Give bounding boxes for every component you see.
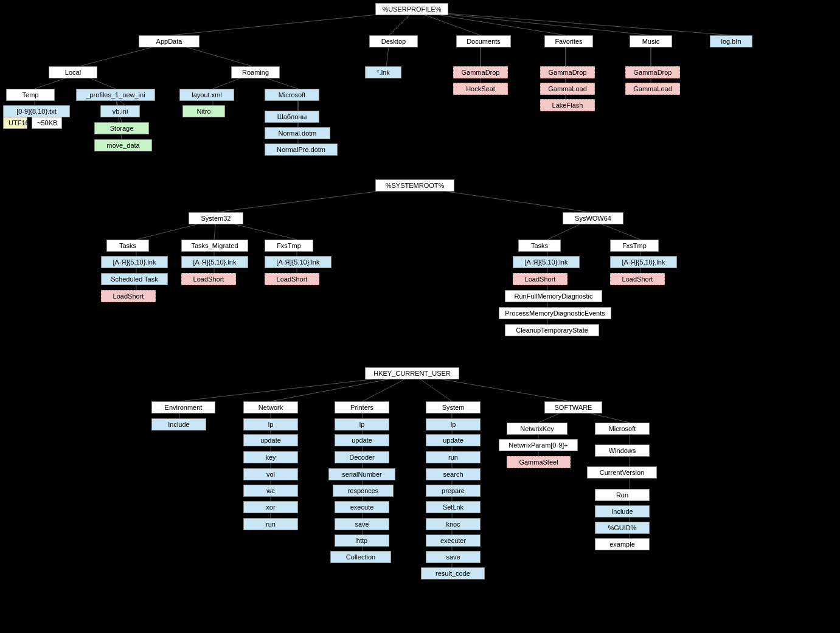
favorites-node: Favorites	[544, 35, 593, 47]
gammasteel-node: GammaSteel	[507, 456, 571, 468]
ar510-tasks-node: [A-Я]{5,10}.lnk	[101, 256, 168, 268]
nitro-node: Nitro	[182, 105, 225, 117]
fxstmp-s32-node: FxsTmp	[265, 240, 313, 252]
utf16-node: UTF16	[3, 117, 27, 129]
svg-line-5	[414, 11, 733, 35]
sys-executer-node: executer	[426, 534, 481, 547]
syswow64-node: SysWOW64	[563, 212, 623, 224]
music-node: Music	[630, 35, 672, 47]
roaming-node: Roaming	[231, 66, 280, 78]
sys-search-node: search	[426, 468, 481, 480]
ar510-mig-node: [A-Я]{5,10}.lnk	[181, 256, 248, 268]
net-lp-node: lp	[243, 418, 298, 431]
cleanupt-node: CleanupTemporaryState	[505, 324, 599, 336]
loadshort-syswow-tasks-node: LoadShort	[513, 273, 568, 285]
sys-lp-node: lp	[426, 418, 481, 431]
net-key-node: key	[243, 451, 298, 463]
fav-lakeflash-node: LakeFlash	[540, 99, 595, 111]
pr-responces-node: responces	[333, 485, 394, 497]
ms-windows-node: Windows	[595, 444, 650, 457]
appdata-node: AppData	[139, 35, 200, 47]
printers-node: Printers	[335, 401, 389, 413]
ar510-fxs-node: [A-Я]{5,10}.lnk	[265, 256, 331, 268]
ar510-syswow-fxs-node: [A-Я]{5,10}.lnk	[610, 256, 677, 268]
net-vol-node: vol	[243, 468, 298, 480]
mus-gammadrop-node: GammaDrop	[625, 66, 680, 78]
hkey-current-user-node: HKEY_CURRENT_USER	[365, 367, 459, 379]
loadshort-tasks-node: LoadShort	[101, 290, 156, 302]
loadshort-mig-node: LoadShort	[181, 273, 236, 285]
storage-node: Storage	[94, 122, 149, 134]
net-wc-node: wc	[243, 485, 298, 497]
netwrixparam-node: NetwrixParam[0-9]+	[499, 439, 578, 451]
pr-save-node: save	[335, 518, 389, 530]
loadshort-fxs-node: LoadShort	[265, 273, 319, 285]
ms-example-node: example	[595, 538, 650, 550]
desktop-node: Desktop	[369, 35, 418, 47]
pr-decoder-node: Decoder	[335, 451, 389, 463]
normaldotm-node: Normal.dotm	[265, 127, 330, 139]
net-xor-node: xor	[243, 501, 298, 513]
pr-execute-node: execute	[335, 501, 389, 513]
processmem-node: ProcessMemoryDiagnosticEvents	[499, 307, 611, 319]
pr-serialnumber-node: serialNumber	[328, 468, 395, 480]
sys-knoc-node: knoc	[426, 518, 481, 530]
profiles-node: _profiles_1_new_ini	[76, 89, 155, 101]
local-node: Local	[49, 66, 97, 78]
doc-hockseat-node: HockSeat	[453, 83, 508, 95]
netwrixkey-node: NetwrixKey	[507, 423, 568, 435]
microsoft-node: Microsoft	[265, 89, 319, 101]
fxstmp-syswow-node: FxsTmp	[610, 240, 659, 252]
runfull-node: RunFullMemoryDiagnostic	[505, 290, 602, 302]
software-node: SOFTWARE	[544, 401, 602, 413]
sys-run-node: run	[426, 451, 481, 463]
pr-http-node: http	[335, 534, 389, 547]
tasks-syswow-node: Tasks	[518, 240, 561, 252]
sablony-node: Шаблоны	[265, 111, 319, 123]
pr-lp-node: lp	[335, 418, 389, 431]
size50kb-node: ~50KB	[32, 117, 62, 129]
layout-node: layout.xml	[179, 89, 234, 101]
loadshort-syswow-fxs-node: LoadShort	[610, 273, 665, 285]
network-node: Network	[243, 401, 298, 413]
files09-node: [0-9]{8,10}.txt	[3, 105, 70, 117]
movedata-node: move_data	[94, 139, 152, 151]
userprofile-node: %USERPROFILE%	[375, 3, 448, 15]
ar510-syswow-tasks-node: [A-Я]{5,10}.lnk	[513, 256, 580, 268]
lnk-node: *.lnk	[365, 66, 401, 78]
tasks-s32-node: Tasks	[106, 240, 149, 252]
mus-gammaload-node: GammaLoad	[625, 83, 680, 95]
ms-run-node: Run	[595, 489, 650, 501]
temp-node: Temp	[6, 89, 55, 101]
sys-update-node: update	[426, 434, 481, 446]
svg-line-4	[414, 11, 651, 35]
tasks-migrated-node: Tasks_Migrated	[181, 240, 248, 252]
ms-guid-node: %GUID%	[595, 522, 650, 534]
net-update-node: update	[243, 434, 298, 446]
logbin-node: log.bIn	[710, 35, 752, 47]
environment-node: Environment	[151, 401, 215, 413]
system-node: System	[426, 401, 481, 413]
ms-include-node: Include	[595, 505, 650, 517]
vbini-node: vb.ini	[100, 105, 140, 117]
documents-node: Documents	[456, 35, 511, 47]
scheduled-task-node: Scheduled Task	[101, 273, 168, 285]
sys-save-node: save	[426, 551, 481, 563]
sys-prepare-node: prepare	[426, 485, 481, 497]
system32-node: System32	[189, 212, 243, 224]
env-include-node: Include	[151, 418, 206, 431]
pr-collection-node: Collection	[330, 551, 391, 563]
diagram: %USERPROFILE% AppData Desktop Documents …	[0, 0, 840, 633]
doc-gammadrop-node: GammaDrop	[453, 66, 508, 78]
fav-gammadrop-node: GammaDrop	[540, 66, 595, 78]
sys-setlnk-node: SetLnk	[426, 501, 481, 513]
pr-update-node: update	[335, 434, 389, 446]
net-run-node: run	[243, 518, 298, 530]
fav-gammaload-node: GammaLoad	[540, 83, 595, 95]
sys-result-code-node: result_code	[421, 567, 485, 579]
normalpredotm-node: NormalPre.dotm	[265, 144, 338, 156]
ms-currentversion-node: CurrentVersion	[587, 466, 657, 479]
systemroot-node: %SYSTEMROOT%	[375, 179, 454, 192]
ms-microsoft-node: Microsoft	[595, 423, 650, 435]
